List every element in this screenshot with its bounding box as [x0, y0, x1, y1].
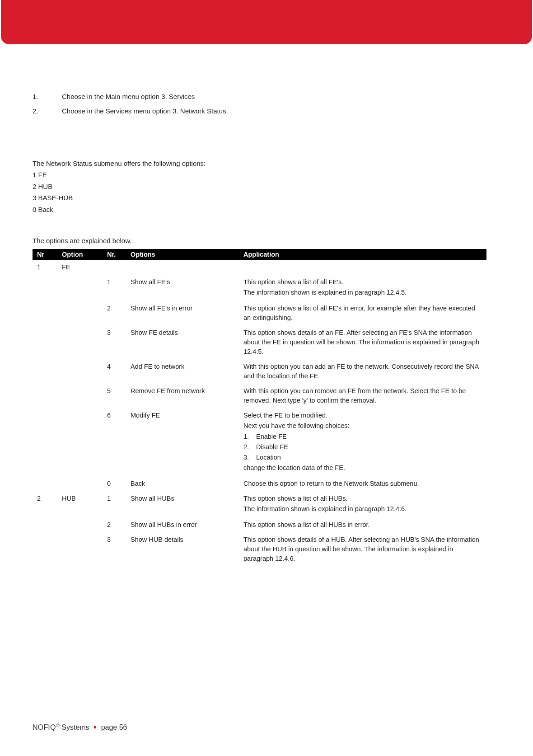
- cell-nr: 1: [33, 260, 57, 275]
- table-row: 2 Show all FE's in error This option sho…: [33, 301, 486, 325]
- app-line: This option shows a list of all HUBs.: [243, 494, 482, 503]
- cell-options: Show FE details: [126, 325, 239, 359]
- options-table: Nr Option Nr. Options Application 1 FE 1…: [33, 249, 486, 566]
- cell-options: Show all HUBs: [126, 491, 239, 517]
- explain-caption: The options are explained below.: [33, 237, 500, 244]
- cell-options: [126, 260, 239, 275]
- steps-list: 1. Choose in the Main menu option 3. Ser…: [33, 92, 500, 116]
- cell-nr2: 5: [103, 384, 126, 408]
- submenu-option: 1 FE: [33, 169, 500, 181]
- cell-nr: 2: [33, 491, 57, 517]
- th-options: Options: [126, 249, 239, 260]
- page-content: 1. Choose in the Main menu option 3. Ser…: [0, 44, 533, 566]
- cell-options: Back: [126, 476, 239, 491]
- step-text: Choose in the Main menu option 3. Servic…: [62, 92, 500, 102]
- th-option: Option: [57, 249, 103, 260]
- sublist-text: Location: [256, 453, 281, 462]
- cell-nr2: 6: [103, 408, 126, 476]
- footer-brand: NOFIQ: [33, 723, 56, 731]
- cell-nr2: 0: [103, 476, 126, 491]
- footer-systems: Systems: [60, 723, 89, 731]
- th-nr: Nr: [33, 249, 57, 260]
- app-line: This option shows a list of all FE's.: [243, 277, 482, 287]
- submenu-option: 3 BASE-HUB: [33, 192, 500, 204]
- cell-application: This option shows a list of all HUBs. Th…: [239, 491, 486, 517]
- cell-options: Show all FE's: [126, 275, 239, 301]
- square-bullet-icon: [94, 726, 96, 728]
- cell-options: Remove FE from network: [126, 384, 239, 408]
- cell-application: [239, 260, 486, 275]
- cell-application: This option shows details of a HUB. Afte…: [239, 532, 486, 566]
- cell-nr2: 4: [103, 359, 126, 384]
- page-footer: NOFIQ® Systems page 56: [33, 723, 127, 732]
- cell-options: Show all FE's in error: [126, 301, 239, 325]
- cell-nr2: 1: [103, 275, 126, 301]
- table-row: 1 Show all FE's This option shows a list…: [33, 275, 486, 301]
- cell-application: This option shows details of an FE. Afte…: [239, 325, 486, 359]
- table-row: 4 Add FE to network With this option you…: [33, 359, 486, 384]
- table-row: 3 Show HUB details This option shows det…: [33, 532, 486, 566]
- cell-option: HUB: [57, 491, 103, 517]
- app-line: change the location data of the FE.: [243, 463, 482, 473]
- submenu-option: 0 Back: [33, 204, 500, 216]
- table-header-row: Nr Option Nr. Options Application: [33, 249, 486, 260]
- sublist-text: Disable FE: [256, 442, 288, 452]
- table-row: 5 Remove FE from network With this optio…: [33, 384, 486, 408]
- header-bar: [1, 0, 532, 44]
- step-text: Choose in the Services menu option 3. Ne…: [62, 106, 500, 116]
- step-item: 1. Choose in the Main menu option 3. Ser…: [33, 92, 500, 102]
- step-number: 1.: [33, 92, 62, 102]
- th-nr2: Nr.: [103, 249, 126, 260]
- table-row: 2 HUB 1 Show all HUBs This option shows …: [33, 491, 486, 517]
- cell-application: Choose this option to return to the Netw…: [239, 476, 486, 491]
- step-number: 2.: [33, 106, 62, 116]
- registered-icon: ®: [56, 723, 60, 728]
- cell-options: Show HUB details: [126, 532, 239, 566]
- table-row: 3 Show FE details This option shows deta…: [33, 325, 486, 359]
- sublist-num: 1.: [243, 432, 256, 441]
- cell-nr2: [103, 260, 126, 275]
- cell-application: With this option you can add an FE to th…: [239, 359, 486, 384]
- cell-application: Select the FE to be modified. Next you h…: [239, 408, 486, 476]
- cell-application: This option shows a list of all HUBs in …: [239, 517, 486, 532]
- step-item: 2. Choose in the Services menu option 3.…: [33, 106, 500, 116]
- modify-sublist: 1.Enable FE 2.Disable FE 3.Location: [243, 432, 482, 462]
- th-application: Application: [239, 249, 486, 260]
- app-line: Select the FE to be modified.: [243, 411, 482, 420]
- cell-option: FE: [57, 260, 103, 275]
- cell-nr2: 2: [103, 301, 126, 325]
- app-line: The information shown is explained in pa…: [243, 504, 482, 514]
- footer-page: page 56: [101, 723, 127, 731]
- cell-options: Add FE to network: [126, 359, 239, 384]
- cell-nr2: 3: [103, 325, 126, 359]
- submenu-intro: The Network Status submenu offers the fo…: [33, 158, 500, 216]
- cell-options: Modify FE: [126, 408, 239, 476]
- intro-heading: The Network Status submenu offers the fo…: [33, 158, 500, 169]
- cell-nr2: 1: [103, 491, 126, 517]
- cell-application: With this option you can remove an FE fr…: [239, 384, 486, 408]
- sublist-num: 2.: [243, 442, 256, 452]
- table-row: 0 Back Choose this option to return to t…: [33, 476, 486, 491]
- submenu-option: 2 HUB: [33, 181, 500, 193]
- sublist-num: 3.: [243, 453, 256, 462]
- table-row: 1 FE: [33, 260, 486, 275]
- cell-application: This option shows a list of all FE's in …: [239, 301, 486, 325]
- cell-options: Show all HUBs in error: [126, 517, 239, 532]
- app-line: The information shown is explained in pa…: [243, 288, 482, 297]
- cell-nr2: 3: [103, 532, 126, 566]
- cell-nr2: 2: [103, 517, 126, 532]
- table-row: 6 Modify FE Select the FE to be modified…: [33, 408, 486, 476]
- cell-application: This option shows a list of all FE's. Th…: [239, 275, 486, 301]
- sublist-text: Enable FE: [256, 432, 287, 441]
- app-line: Next you have the following choices:: [243, 421, 482, 431]
- table-row: 2 Show all HUBs in error This option sho…: [33, 517, 486, 532]
